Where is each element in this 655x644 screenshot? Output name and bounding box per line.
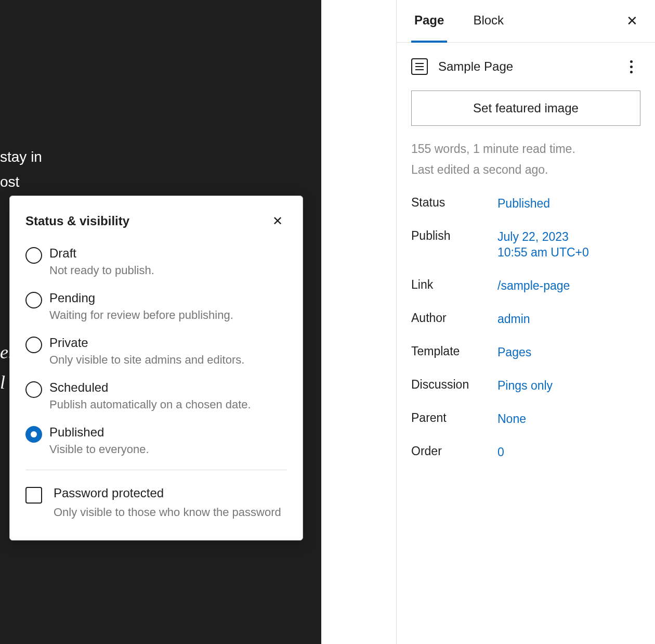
- order-value-button[interactable]: 0: [497, 444, 504, 460]
- radio-texts: Private Only visible to site admins and …: [49, 336, 244, 367]
- meta-line: Last edited a second ago.: [411, 159, 640, 180]
- meta-line: 155 words, 1 minute read time.: [411, 138, 640, 159]
- close-icon: ✕: [626, 13, 638, 29]
- radio-label: Draft: [49, 246, 154, 261]
- row-parent: Parent None: [411, 411, 640, 427]
- radio-label: Published: [49, 425, 149, 440]
- status-option-pending[interactable]: Pending Waiting for review before publis…: [25, 291, 287, 322]
- kv-label: Publish: [411, 229, 497, 243]
- radio-texts: Scheduled Publish automatically on a cho…: [49, 380, 251, 411]
- radio-icon: [25, 247, 42, 264]
- row-link: Link /sample-page: [411, 278, 640, 293]
- status-option-private[interactable]: Private Only visible to site admins and …: [25, 336, 287, 367]
- page-header: Sample Page: [397, 43, 655, 83]
- canvas-text-fragment: stay in ost: [0, 145, 42, 195]
- kebab-dot-icon: [630, 60, 633, 63]
- radio-texts: Pending Waiting for review before publis…: [49, 291, 233, 322]
- parent-value-button[interactable]: None: [497, 411, 526, 427]
- popover-header: Status & visibility ✕: [25, 212, 287, 230]
- radio-icon: [25, 381, 42, 398]
- page-actions-button[interactable]: [622, 57, 640, 76]
- radio-desc: Not ready to publish.: [49, 264, 154, 277]
- kv-label: Link: [411, 278, 497, 292]
- radio-desc: Publish automatically on a chosen date.: [49, 398, 251, 411]
- kv-label: Discussion: [411, 378, 497, 392]
- kv-label: Order: [411, 444, 497, 458]
- checkbox-icon: [25, 487, 42, 504]
- popover-close-button[interactable]: ✕: [268, 212, 287, 230]
- kv-label: Author: [411, 311, 497, 325]
- page-attributes-list: Status Published Publish July 22, 2023 1…: [397, 196, 655, 460]
- close-icon: ✕: [272, 214, 283, 228]
- checkbox-desc: Only visible to those who know the passw…: [54, 506, 281, 519]
- discussion-value-button[interactable]: Pings only: [497, 378, 553, 393]
- link-value-button[interactable]: /sample-page: [497, 278, 570, 293]
- set-featured-image-button[interactable]: Set featured image: [411, 91, 640, 126]
- canvas-line: ost: [0, 170, 42, 195]
- radio-label: Pending: [49, 291, 233, 305]
- kebab-dot-icon: [630, 66, 633, 68]
- checkbox-label: Password protected: [54, 486, 281, 500]
- settings-sidebar: Page Block ✕ Sample Page Set featured im…: [396, 0, 655, 644]
- tab-page[interactable]: Page: [411, 0, 447, 43]
- page-meta-text: 155 words, 1 minute read time. Last edit…: [397, 138, 655, 180]
- password-protected-checkbox[interactable]: Password protected Only visible to those…: [25, 486, 287, 519]
- status-option-published[interactable]: Published Visible to everyone.: [25, 425, 287, 456]
- divider: [25, 470, 287, 470]
- template-value-button[interactable]: Pages: [497, 344, 531, 360]
- row-template: Template Pages: [411, 344, 640, 360]
- kv-label: Status: [411, 196, 497, 210]
- status-visibility-popover: Status & visibility ✕ Draft Not ready to…: [9, 196, 303, 540]
- row-publish: Publish July 22, 2023 10:55 am UTC+0: [411, 229, 640, 260]
- radio-texts: Published Visible to everyone.: [49, 425, 149, 456]
- status-value-button[interactable]: Published: [497, 196, 550, 211]
- radio-desc: Waiting for review before publishing.: [49, 308, 233, 322]
- kebab-dot-icon: [630, 71, 633, 73]
- publish-time: 10:55 am UTC+0: [497, 244, 589, 260]
- tab-block[interactable]: Block: [470, 0, 507, 43]
- radio-icon: [25, 292, 42, 308]
- canvas-line: stay in: [0, 145, 42, 170]
- radio-desc: Only visible to site admins and editors.: [49, 353, 244, 367]
- radio-icon: [25, 426, 42, 443]
- publish-value-button[interactable]: July 22, 2023 10:55 am UTC+0: [497, 229, 589, 260]
- sidebar-tabs: Page Block ✕: [397, 0, 655, 43]
- row-order: Order 0: [411, 444, 640, 460]
- popover-title: Status & visibility: [25, 214, 129, 228]
- row-discussion: Discussion Pings only: [411, 378, 640, 393]
- author-value-button[interactable]: admin: [497, 311, 530, 327]
- radio-label: Private: [49, 336, 244, 350]
- status-option-draft[interactable]: Draft Not ready to publish.: [25, 246, 287, 277]
- radio-label: Scheduled: [49, 380, 251, 395]
- kv-label: Parent: [411, 411, 497, 425]
- publish-date: July 22, 2023: [497, 230, 569, 243]
- radio-desc: Visible to everyone.: [49, 443, 149, 456]
- radio-texts: Draft Not ready to publish.: [49, 246, 154, 277]
- row-author: Author admin: [411, 311, 640, 327]
- row-status: Status Published: [411, 196, 640, 211]
- checkbox-texts: Password protected Only visible to those…: [54, 486, 281, 519]
- page-title: Sample Page: [438, 59, 611, 74]
- sidebar-close-button[interactable]: ✕: [622, 11, 643, 32]
- page-icon: [411, 58, 428, 75]
- status-option-scheduled[interactable]: Scheduled Publish automatically on a cho…: [25, 380, 287, 411]
- kv-label: Template: [411, 344, 497, 358]
- radio-icon: [25, 337, 42, 353]
